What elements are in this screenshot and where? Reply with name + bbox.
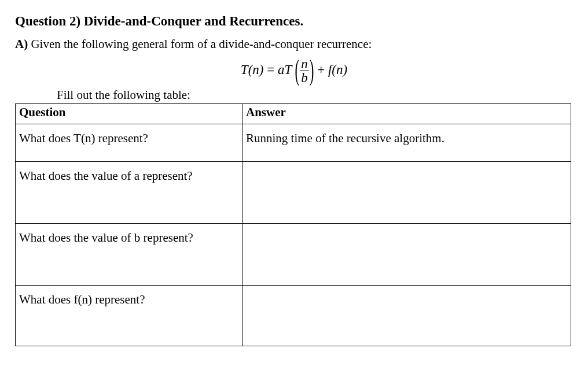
cell-answer (242, 224, 571, 286)
header-answer: Answer (242, 104, 571, 124)
eq-rparen: ) (310, 55, 314, 85)
fill-instruction: Fill out the following table: (57, 88, 573, 102)
eq-f: f(n) (328, 62, 347, 77)
eq-equals: = (263, 62, 277, 77)
part-a-label: A) (15, 37, 28, 51)
cell-answer (242, 162, 571, 224)
cell-question: What does the value of b represent? (16, 224, 242, 286)
eq-lparen: ( (295, 55, 300, 85)
part-a-line: A) Given the following general form of a… (15, 37, 573, 51)
table-header-row: Question Answer (16, 104, 571, 124)
eq-num: n (300, 57, 309, 71)
cell-question: What does the value of a represent? (16, 162, 242, 224)
cell-answer (242, 286, 571, 346)
answer-table: Question Answer What does T(n) represent… (15, 103, 571, 346)
part-a-text: Given the following general form of a di… (28, 37, 372, 51)
eq-lhs: T(n) (241, 62, 264, 77)
table-row: What does T(n) represent? Running time o… (16, 124, 571, 162)
cell-answer: Running time of the recursive algorithm. (242, 124, 571, 162)
header-question: Question (16, 104, 242, 124)
eq-a: aT (278, 62, 295, 77)
cell-question: What does T(n) represent? (16, 124, 242, 162)
question-title: Question 2) Divide-and-Conquer and Recur… (15, 14, 573, 29)
table-row: What does f(n) represent? (16, 286, 571, 346)
eq-den: b (300, 71, 309, 84)
cell-question: What does f(n) represent? (16, 286, 242, 346)
eq-fraction: nb (300, 57, 309, 84)
table-row: What does the value of a represent? (16, 162, 571, 224)
table-row: What does the value of b represent? (16, 224, 571, 286)
eq-plus: + (314, 62, 328, 77)
recurrence-equation: T(n) = aT (nb) + f(n) (15, 57, 573, 84)
